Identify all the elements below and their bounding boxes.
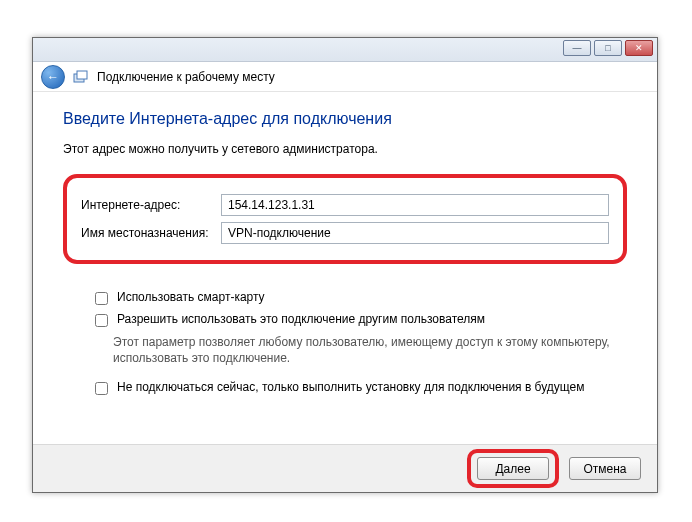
internet-address-label: Интернете-адрес: <box>81 198 221 212</box>
page-description: Этот адрес можно получить у сетевого адм… <box>63 142 627 156</box>
wizard-icon <box>73 69 89 85</box>
smartcard-label: Использовать смарт-карту <box>117 290 265 304</box>
maximize-button[interactable]: □ <box>594 40 622 56</box>
cancel-button[interactable]: Отмена <box>569 457 641 480</box>
destination-name-label: Имя местоназначения: <box>81 226 221 240</box>
back-arrow-icon: ← <box>47 70 59 84</box>
form-highlight: Интернете-адрес: Имя местоназначения: <box>63 174 627 264</box>
smartcard-row: Использовать смарт-карту <box>91 290 627 308</box>
next-button[interactable]: Далее <box>477 457 549 480</box>
svg-rect-1 <box>77 71 87 79</box>
dont-connect-label: Не подключаться сейчас, только выполнить… <box>117 380 585 394</box>
maximize-icon: □ <box>605 43 610 53</box>
dont-connect-checkbox[interactable] <box>95 382 108 395</box>
dont-connect-row: Не подключаться сейчас, только выполнить… <box>91 380 627 398</box>
titlebar: — □ ✕ <box>33 38 657 62</box>
internet-address-row: Интернете-адрес: <box>81 194 609 216</box>
allow-others-checkbox[interactable] <box>95 314 108 327</box>
close-icon: ✕ <box>635 43 643 53</box>
internet-address-input[interactable] <box>221 194 609 216</box>
page-heading: Введите Интернета-адрес для подключения <box>63 110 627 128</box>
destination-name-input[interactable] <box>221 222 609 244</box>
wizard-window: — □ ✕ ← Подключение к рабочему месту Вве… <box>32 37 658 493</box>
minimize-button[interactable]: — <box>563 40 591 56</box>
close-button[interactable]: ✕ <box>625 40 653 56</box>
smartcard-checkbox[interactable] <box>95 292 108 305</box>
wizard-title: Подключение к рабочему месту <box>97 70 275 84</box>
content-area: Введите Интернета-адрес для подключения … <box>33 92 657 398</box>
back-button[interactable]: ← <box>41 65 65 89</box>
nav-bar: ← Подключение к рабочему месту <box>33 62 657 92</box>
destination-name-row: Имя местоназначения: <box>81 222 609 244</box>
allow-others-desc: Этот параметр позволяет любому пользоват… <box>113 334 627 366</box>
allow-others-label: Разрешить использовать это подключение д… <box>117 312 485 326</box>
next-highlight: Далее <box>467 449 559 488</box>
minimize-icon: — <box>573 43 582 53</box>
allow-others-row: Разрешить использовать это подключение д… <box>91 312 627 330</box>
footer: Далее Отмена <box>33 444 657 492</box>
